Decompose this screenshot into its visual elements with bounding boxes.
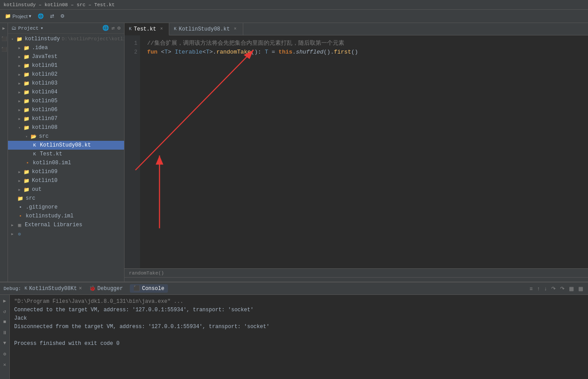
- tab-kotlinstudy08kt[interactable]: K KotlinStudy08.kt ×: [169, 23, 243, 35]
- root-label: kotlinstudy: [25, 36, 60, 42]
- pause-btn[interactable]: ⏸: [1, 329, 9, 336]
- editor-scrollbar-h[interactable]: [125, 277, 588, 282]
- tree-item-kotlin10[interactable]: ▶ 📁 Kotlin10: [8, 176, 124, 185]
- tree-item-idea[interactable]: ▶ 📁 .idea: [8, 43, 124, 52]
- kotlinstudy08-label: KotlinStudy08.kt: [40, 142, 91, 148]
- tree-item-kotlin02[interactable]: ▶ 📁 kotlin02: [8, 70, 124, 79]
- kotlinstudyiml-label: kotlinstudy.iml: [26, 213, 74, 219]
- left-edge-icons: ▶ ⬛ ⬛: [0, 23, 8, 282]
- line-numbers: 1 2: [125, 35, 140, 268]
- settings-button[interactable]: ⚙: [58, 12, 67, 20]
- tab-bar: K Test.kt × K KotlinStudy08.kt ×: [125, 23, 588, 35]
- console-output: "D:\Program Files\Java\jdk1.8.0_131\bin\…: [10, 295, 588, 379]
- sidebar-action-2[interactable]: ⇄: [112, 25, 115, 31]
- tree-item-gitignore[interactable]: ▪ .gitignore: [8, 203, 124, 212]
- editor-area: K Test.kt × K KotlinStudy08.kt × 1 2 //集…: [125, 23, 588, 282]
- debugger-icon: 🐞: [89, 285, 96, 292]
- left-icon-1[interactable]: ▶: [0, 25, 8, 32]
- tree-item-kotlin04[interactable]: ▶ 📁 kotlin04: [8, 88, 124, 97]
- tree-item-kotlin08[interactable]: ▾ 📁 kotlin08: [8, 123, 124, 132]
- tree-item-testkt[interactable]: K Test.kt: [8, 150, 124, 159]
- chevron-down-icon: ▾: [29, 13, 31, 19]
- kotlin07-label: kotlin07: [32, 116, 58, 122]
- left-icon-3[interactable]: ⬛: [0, 46, 8, 53]
- debug-tab-name: KotlinStudy08Kt: [29, 286, 77, 292]
- sidebar-header: 🗂 Project ▾ 🌐 ⇄ ⚙: [8, 23, 124, 34]
- out-folder-icon: 📁: [23, 186, 30, 193]
- idea-label: .idea: [32, 45, 48, 51]
- tree-item-src[interactable]: ▾ 📂 src: [8, 132, 124, 141]
- toolbar-format-btn[interactable]: ≡: [528, 285, 534, 292]
- sidebar-action-1[interactable]: 🌐: [102, 25, 109, 31]
- tree-item-javatest[interactable]: ▶ 📁 JavaTest: [8, 52, 124, 61]
- project-label: Project: [12, 14, 27, 19]
- bottom-tab-console[interactable]: ⬛ Console: [130, 284, 167, 293]
- tree-item-kotlin08iml[interactable]: ▪ kotlin08.iml: [8, 159, 124, 167]
- src2-label: src: [26, 195, 35, 201]
- settings-console-btn[interactable]: ⚙: [1, 350, 9, 358]
- stop-btn[interactable]: ■: [1, 318, 9, 326]
- toolbar-more-btn[interactable]: ▦: [577, 285, 584, 292]
- project-menu-button[interactable]: 📁 Project ▾: [3, 12, 34, 20]
- tree-item-kotlin06[interactable]: ▶ 📁 kotlin06: [8, 105, 124, 114]
- sidebar-action-3[interactable]: ⚙: [117, 25, 121, 31]
- tree-item-kotlin03[interactable]: ▶ 📁 kotlin03: [8, 79, 124, 88]
- toolbar-step-into-btn[interactable]: ↷: [559, 285, 566, 292]
- toolbar-up-btn[interactable]: ↑: [536, 285, 541, 292]
- debug-tab-close[interactable]: ×: [79, 286, 82, 292]
- toolbar-frame-btn[interactable]: ▦: [568, 285, 575, 292]
- title-bar: kotlinstudy – kotlin08 – src – Test.kt: [0, 0, 588, 10]
- debug-run-icon-area: K KotlinStudy08Kt ×: [25, 286, 82, 292]
- code-area[interactable]: //集合扩展，调用该方法将会先把集合内里面的元素打乱，随后取第一个元素 fun …: [140, 35, 588, 268]
- tree-item-src2[interactable]: 📁 src: [8, 194, 124, 203]
- bottom-tab-debugger[interactable]: 🐞 Debugger: [86, 284, 127, 293]
- console-line-5: Process finished with exit code 0: [14, 340, 584, 348]
- root-expand-icon: ▾: [10, 36, 15, 42]
- testkt-file-icon: K: [31, 151, 38, 158]
- bottom-panel: Debug: K KotlinStudy08Kt × 🐞 Debugger ⬛ …: [0, 282, 588, 379]
- tree-item-extlibs[interactable]: ▶ ▦ External Libraries: [8, 220, 124, 229]
- kotlin06-label: kotlin06: [32, 107, 58, 113]
- left-icon-2[interactable]: ⬛: [0, 35, 8, 43]
- kotlin09-label: kotlin09: [32, 169, 58, 175]
- navigate-button[interactable]: 🌐: [35, 12, 46, 20]
- tree-item-kotlin05[interactable]: ▶ 📁 kotlin05: [8, 97, 124, 105]
- console-left-icons: ▶ ↺ ■ ⏸ ▼ ⚙ ✕: [0, 295, 10, 379]
- out-label: out: [32, 186, 42, 193]
- console-line-2: Jack: [14, 314, 584, 323]
- tab-testkt-close[interactable]: ×: [158, 26, 164, 32]
- tree-item-kotlin09[interactable]: ▶ 📁 kotlin09: [8, 167, 124, 176]
- kotlin05-label: kotlin05: [32, 98, 58, 104]
- debug-kt-icon: K: [25, 286, 27, 291]
- extlibs-icon: ▦: [16, 221, 23, 228]
- tree-item-kotlinstudyiml[interactable]: ▪ kotlinstudy.iml: [8, 212, 124, 220]
- bottom-toolbar: ≡ ↑ ↓ ↷ ↷ ▦ ▦: [528, 285, 584, 292]
- run-btn[interactable]: ▶: [1, 297, 9, 305]
- tree-item-scratches[interactable]: ▶ ⊙: [8, 229, 124, 238]
- layout-button[interactable]: ⇄: [48, 12, 56, 20]
- tree-item-kotlin07[interactable]: ▶ 📁 kotlin07: [8, 114, 124, 123]
- console-icon: ⬛: [133, 285, 140, 292]
- console-line-4: [14, 331, 584, 340]
- toolbar-down-btn[interactable]: ↓: [543, 285, 548, 292]
- tab-kotlinstudy08kt-close[interactable]: ×: [232, 26, 238, 32]
- editor-status-bar: randomTake(): [125, 268, 588, 277]
- tree-item-root[interactable]: ▾ 📁 kotlinstudy D:\kotlinProject\kotlins…: [8, 35, 124, 43]
- rerun-btn[interactable]: ↺: [1, 307, 9, 315]
- tab-testkt[interactable]: K Test.kt ×: [125, 23, 169, 35]
- kotlin04-label: kotlin04: [32, 89, 58, 95]
- title-text: kotlinstudy – kotlin08 – src – Test.kt: [4, 2, 115, 8]
- tree-item-kotlinstudy08kt[interactable]: K KotlinStudy08.kt: [8, 141, 124, 150]
- tree-item-out[interactable]: ▶ 📁 out: [8, 185, 124, 194]
- tree-item-kotlin01[interactable]: ▶ 📁 kotlin01: [8, 61, 124, 70]
- console-label: Console: [142, 286, 164, 292]
- close-console-btn[interactable]: ✕: [1, 360, 9, 368]
- console-line-3: Disconnected from the target VM, address…: [14, 323, 584, 331]
- toolbar-step-over-btn[interactable]: ↷: [550, 285, 557, 292]
- toolbar: 📁 Project ▾ 🌐 ⇄ ⚙: [0, 10, 588, 23]
- debugger-label: Debugger: [97, 286, 123, 292]
- resume-btn[interactable]: ▼: [1, 339, 9, 347]
- console-line-0: "D:\Program Files\Java\jdk1.8.0_131\bin\…: [14, 298, 584, 306]
- kotlinstudyiml-icon: ▪: [17, 213, 24, 220]
- kotlinstudy08-file-icon: K: [31, 142, 38, 149]
